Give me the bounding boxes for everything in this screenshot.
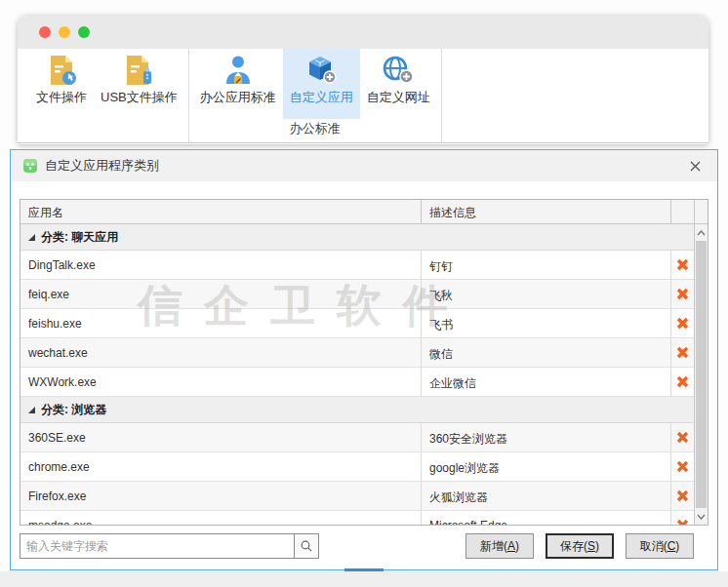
delete-button[interactable] — [670, 511, 694, 525]
dialog-title: 自定义应用程序类别 — [45, 157, 686, 175]
description-cell: 钉钉 — [421, 251, 670, 279]
description-cell: 火狐浏览器 — [421, 482, 670, 510]
app-name-cell: WXWork.exe — [20, 368, 421, 396]
toolbar-item-label: 文件操作 — [36, 89, 87, 106]
search-icon[interactable] — [294, 534, 318, 558]
table-row[interactable]: 360SE.exe360安全浏览器 — [20, 423, 694, 452]
app-name-cell: DingTalk.exe — [20, 251, 421, 279]
group-label: 分类: 浏览器 — [41, 402, 106, 418]
close-icon[interactable] — [686, 157, 704, 175]
toolbar-item-custom-app[interactable]: 自定义应用 — [283, 49, 360, 119]
dialog-app-icon — [22, 158, 38, 174]
delete-button[interactable] — [670, 423, 694, 451]
toolbar-item-label: USB文件操作 — [101, 89, 178, 106]
description-cell: 360安全浏览器 — [421, 423, 670, 451]
custom-app-dialog: 自定义应用程序类别 应用名描述信息 分类: 聊天应用DingTalk.exe钉钉… — [10, 149, 718, 570]
collapse-triangle-icon — [28, 234, 35, 241]
cancel-button[interactable]: 取消(C) — [626, 533, 694, 559]
dialog-titlebar: 自定义应用程序类别 — [11, 150, 717, 181]
window-titlebar — [18, 16, 708, 49]
toolbar-ribbon: 文件操作USB文件操作办公应用标准自定义应用自定义网址办公标准 — [18, 49, 708, 143]
description-cell: google浏览器 — [421, 452, 670, 481]
column-header: 描述信息 — [421, 200, 670, 223]
toolbar-item-label: 自定义应用 — [290, 89, 353, 106]
table-header: 应用名描述信息 — [20, 200, 708, 224]
file-operations-icon — [45, 55, 78, 86]
app-name-cell: feiq.exe — [20, 280, 421, 308]
custom-url-icon — [382, 55, 415, 86]
group-label: 分类: 聊天应用 — [41, 229, 118, 246]
toolbar-group-name: 办公标准 — [193, 119, 437, 142]
scrollbar-thumb[interactable] — [696, 241, 707, 508]
search-box — [20, 533, 319, 559]
toolbar-item-usb-file-operations[interactable]: USB文件操作 — [94, 49, 184, 119]
toolbar-item-label: 办公应用标准 — [200, 89, 276, 106]
delete-button[interactable] — [670, 482, 694, 510]
delete-button[interactable] — [670, 368, 694, 396]
app-name-cell: wechat.exe — [20, 338, 421, 367]
close-traffic-light[interactable] — [39, 26, 51, 38]
toolbar-item-office-app-standard[interactable]: 办公应用标准 — [193, 49, 283, 119]
column-header-empty — [670, 200, 694, 223]
table-row[interactable]: wechat.exe微信 — [20, 338, 694, 368]
delete-button[interactable] — [670, 452, 694, 481]
table-scrollbar[interactable] — [694, 224, 708, 525]
table-body: 分类: 聊天应用DingTalk.exe钉钉feiq.exe飞秋feishu.e… — [20, 224, 694, 525]
usb-file-operations-icon — [122, 55, 155, 86]
scroll-up-icon[interactable] — [695, 225, 708, 240]
column-header: 应用名 — [20, 200, 421, 223]
delete-button[interactable] — [670, 309, 694, 337]
custom-app-icon — [304, 55, 338, 86]
table-row[interactable]: feishu.exe飞书 — [20, 309, 694, 338]
add-button[interactable]: 新增(A) — [465, 533, 534, 559]
toolbar-group-name — [29, 119, 184, 142]
zoom-traffic-light[interactable] — [78, 26, 90, 38]
table-row[interactable]: msedge.exeMicrosoft Edge — [20, 511, 694, 525]
app-name-cell: 360SE.exe — [20, 423, 421, 451]
search-input[interactable] — [20, 534, 294, 558]
table-row[interactable]: WXWork.exe企业微信 — [20, 368, 694, 397]
desktop-background — [0, 571, 728, 587]
table-row[interactable]: DingTalk.exe钉钉 — [20, 251, 694, 280]
toolbar-group: 文件操作USB文件操作 — [29, 49, 184, 142]
group-header-row[interactable]: 分类: 浏览器 — [20, 397, 694, 423]
description-cell: Microsoft Edge — [421, 511, 670, 525]
app-name-cell: msedge.exe — [20, 511, 421, 525]
table-row[interactable]: Firefox.exe火狐浏览器 — [20, 482, 694, 511]
toolbar-group-divider — [441, 49, 442, 142]
toolbar-group-divider — [188, 49, 189, 142]
column-header-empty — [694, 200, 708, 223]
delete-button[interactable] — [670, 280, 694, 308]
toolbar-item-custom-url[interactable]: 自定义网址 — [360, 49, 437, 119]
minimize-traffic-light[interactable] — [59, 26, 70, 38]
description-cell: 飞书 — [421, 309, 670, 337]
description-cell: 微信 — [421, 338, 670, 367]
app-table: 应用名描述信息 分类: 聊天应用DingTalk.exe钉钉feiq.exe飞秋… — [20, 199, 708, 526]
scroll-down-icon[interactable] — [695, 509, 708, 524]
collapse-triangle-icon — [28, 407, 35, 413]
toolbar-item-label: 自定义网址 — [367, 89, 430, 106]
app-name-cell: feishu.exe — [20, 309, 421, 337]
save-button[interactable]: 保存(S) — [546, 533, 614, 559]
dialog-footer: 新增(A)保存(S)取消(C) — [20, 533, 694, 559]
group-header-row[interactable]: 分类: 聊天应用 — [20, 224, 694, 251]
office-app-standard-icon — [222, 55, 255, 86]
description-cell: 企业微信 — [421, 368, 670, 396]
toolbar-group: 办公应用标准自定义应用自定义网址办公标准 — [193, 49, 437, 142]
main-window: 文件操作USB文件操作办公应用标准自定义应用自定义网址办公标准 — [18, 16, 708, 144]
delete-button[interactable] — [670, 251, 694, 279]
description-cell: 飞秋 — [421, 280, 670, 308]
app-name-cell: chrome.exe — [20, 452, 421, 481]
table-row[interactable]: feiq.exe飞秋 — [20, 280, 694, 309]
table-row[interactable]: chrome.exegoogle浏览器 — [20, 452, 694, 482]
app-name-cell: Firefox.exe — [20, 482, 421, 510]
delete-button[interactable] — [670, 338, 694, 367]
toolbar-item-file-operations[interactable]: 文件操作 — [29, 49, 94, 119]
